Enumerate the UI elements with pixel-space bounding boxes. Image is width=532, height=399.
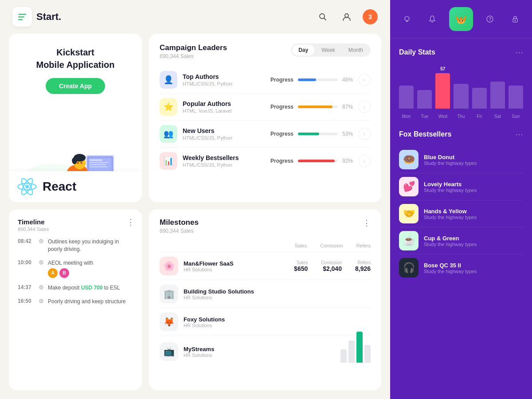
- campaign-icon: 📊: [160, 152, 177, 170]
- campaign-tags: HTML/CSS/JS, Python: [183, 81, 265, 86]
- bestseller-item[interactable]: 💕 Lovely Hearts Study the highway types: [399, 173, 523, 200]
- bar-column: [454, 64, 468, 109]
- campaign-row: 📊 Weekly Bestsellers HTML/CSS/JS, Python…: [160, 148, 371, 174]
- timeline-menu-button[interactable]: ⋮: [127, 217, 135, 227]
- bar-day-label: Sun: [509, 114, 523, 119]
- tab-week[interactable]: Week: [315, 45, 341, 55]
- bestseller-item[interactable]: ☕ Cup & Green Study the highway types: [399, 227, 523, 254]
- svg-point-41: [458, 20, 465, 24]
- bar: [435, 73, 450, 109]
- campaign-chevron-button[interactable]: ›: [358, 74, 371, 86]
- milestone-stats: Sales $650 Comission $2,040 Refers 8,926: [294, 260, 371, 272]
- progress-section: Progress 92%: [270, 158, 353, 164]
- bar-day-label: Fri: [472, 114, 487, 119]
- daily-stats-chart: 57: [399, 64, 523, 109]
- campaign-tabs: Day Week Month: [291, 43, 371, 57]
- search-button[interactable]: [315, 9, 331, 25]
- progress-label: Progress: [270, 77, 293, 83]
- progress-label: Progress: [270, 158, 293, 164]
- timeline-dot: [39, 260, 43, 265]
- mini-bar: [356, 332, 363, 363]
- timeline-text: Outlines keep you indulging in poorly dr…: [48, 239, 119, 252]
- milestone-icon: 🦊: [160, 313, 178, 331]
- col-sales: Sales: [295, 243, 307, 248]
- bar: [509, 86, 523, 109]
- timeline-item: 10:00 AEOL meeting with A B: [18, 259, 133, 278]
- daily-stats-menu[interactable]: ⋯: [515, 47, 523, 57]
- bestseller-subtitle: Study the highway types: [424, 188, 523, 193]
- header-actions: 3: [315, 9, 378, 25]
- bestsellers-menu[interactable]: ⋯: [515, 129, 523, 139]
- bar-day-label: Mon: [399, 114, 414, 119]
- right-nav-notification[interactable]: [424, 11, 440, 27]
- svg-point-48: [514, 20, 516, 21]
- bar: [490, 82, 505, 109]
- notification-badge[interactable]: 3: [363, 9, 378, 24]
- bar: [399, 86, 414, 109]
- right-top-nav: ?: [390, 0, 532, 39]
- campaign-icon: 👥: [160, 125, 177, 143]
- bestseller-item[interactable]: 🤝 Hands & Yellow Study the highway types: [399, 200, 523, 227]
- svg-point-33: [25, 185, 29, 188]
- bestseller-item[interactable]: 🍩 Blue Donut Study the highway types: [399, 146, 523, 173]
- svg-rect-1: [18, 16, 24, 18]
- milestone-name: Building Studio Solutions: [184, 288, 371, 295]
- tab-day[interactable]: Day: [292, 45, 314, 55]
- milestone-info: Man&Flower SaaS HR Solutions: [184, 260, 289, 272]
- bestseller-name: Cup & Green: [424, 235, 523, 242]
- bestseller-thumbnail: ☕: [399, 231, 419, 250]
- campaign-chevron-button[interactable]: ›: [358, 101, 371, 113]
- campaign-chevron-button[interactable]: ›: [358, 155, 371, 167]
- logo-icon: [12, 7, 32, 27]
- right-nav-lock[interactable]: [507, 11, 523, 27]
- mini-bar: [340, 349, 347, 363]
- bestseller-name: Hands & Yellow: [424, 208, 523, 215]
- campaign-info: New Users HTML/CSS/JS, Python: [183, 127, 265, 141]
- right-nav-fox-active[interactable]: [449, 7, 473, 31]
- right-nav-help[interactable]: ?: [482, 11, 498, 27]
- mini-bar: [364, 345, 371, 363]
- milestone-row: 🦊 Foxy Solutions HR Solutions: [160, 308, 371, 336]
- bestseller-item[interactable]: 🎧 Bose QC 35 II Study the highway types: [399, 254, 523, 281]
- bestseller-info: Hands & Yellow Study the highway types: [424, 208, 523, 220]
- milestone-tag: HR Solutions: [184, 267, 289, 272]
- progress-pct: 92%: [342, 158, 353, 164]
- timeline-items: 08:42 Outlines keep you indulging in poo…: [18, 238, 133, 305]
- create-app-button[interactable]: Create App: [46, 78, 105, 94]
- timeline-item: 08:42 Outlines keep you indulging in poo…: [18, 238, 133, 253]
- tab-month[interactable]: Month: [342, 45, 369, 55]
- bestseller-info: Blue Donut Study the highway types: [424, 154, 523, 166]
- campaign-subtitle: 890,344 Sales: [160, 53, 227, 59]
- milestones-card: Milestones 890,344 Sales ⋮ Sales Comissi…: [149, 209, 381, 390]
- bestseller-info: Lovely Hearts Study the highway types: [424, 181, 523, 193]
- stat-refers-label: Refers: [355, 260, 371, 265]
- svg-point-27: [72, 157, 77, 164]
- milestone-row: 📺 MyStreams HR Solutions: [160, 336, 371, 367]
- campaign-chevron-button[interactable]: ›: [358, 128, 371, 140]
- daily-stats-section: Daily Stats ⋯ 57 MonTueWedThuFriSatSun: [390, 39, 532, 123]
- milestones-menu-button[interactable]: ⋮: [363, 218, 371, 228]
- user-button[interactable]: [339, 9, 355, 25]
- campaign-name: Top Authors: [183, 73, 265, 80]
- col-commission: Comission: [320, 243, 343, 248]
- stat-refers: Refers 8,926: [355, 260, 371, 272]
- milestones-header: Milestones 890,344 Sales ⋮: [160, 218, 371, 234]
- bar-day-label: Sat: [490, 114, 505, 119]
- progress-bar-wrap: [298, 78, 338, 81]
- stat-commission-value: $2,040: [321, 265, 342, 272]
- milestone-chart: [340, 340, 371, 363]
- right-nav-lightbulb[interactable]: [399, 11, 415, 27]
- logo-text: Start.: [36, 11, 61, 23]
- progress-bar-wrap: [298, 106, 338, 108]
- progress-bar: [298, 133, 319, 135]
- campaign-header: Campaign Leaders 890,344 Sales Day Week …: [160, 43, 371, 59]
- bestsellers-header: Fox Bestsellers ⋯: [399, 129, 523, 139]
- svg-rect-17: [90, 160, 102, 161]
- kickstart-title: Kickstart Mobile Application: [36, 46, 114, 71]
- milestone-info: Foxy Solutions HR Solutions: [184, 316, 371, 328]
- timeline-dot: [39, 299, 43, 303]
- bestseller-name: Lovely Hearts: [424, 181, 523, 188]
- progress-bar: [298, 160, 335, 162]
- milestone-tag: HR Solutions: [184, 295, 371, 300]
- bestseller-subtitle: Study the highway types: [424, 215, 523, 220]
